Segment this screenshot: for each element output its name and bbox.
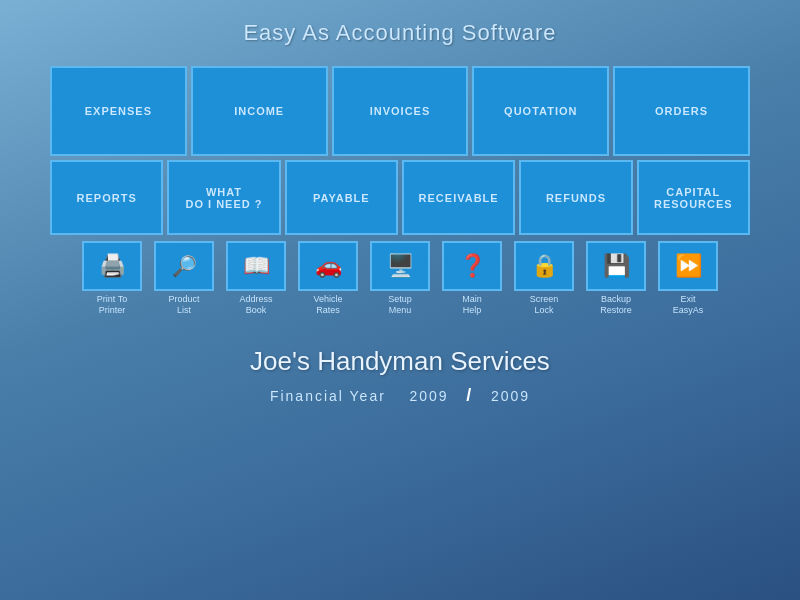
label-main-help: Main Help xyxy=(462,294,482,316)
car-icon: 🚗 xyxy=(315,253,342,279)
label-setup-menu: Setup Menu xyxy=(388,294,412,316)
exit-icon: ⏩ xyxy=(675,253,702,279)
financial-year: Financial Year 2009 / 2009 xyxy=(270,385,530,406)
btn-capital-resources[interactable]: CAPITAL RESOURCES xyxy=(637,160,750,235)
label-product-list: Product List xyxy=(168,294,199,316)
btn-main-help[interactable]: ❓ xyxy=(442,241,502,291)
btn-address-book[interactable]: 📖 xyxy=(226,241,286,291)
btn-refunds[interactable]: REFUNDS xyxy=(519,160,632,235)
btn-exit-easyas[interactable]: ⏩ xyxy=(658,241,718,291)
icon-btn-container-exit: ⏩ Exit EasyAs xyxy=(653,241,723,316)
btn-reports[interactable]: REPORTS xyxy=(50,160,163,235)
icon-btn-container-backup: 💾 Backup Restore xyxy=(581,241,651,316)
label-vehicle-rates: Vehicle Rates xyxy=(313,294,342,316)
app-title: Easy As Accounting Software xyxy=(243,20,556,46)
btn-orders[interactable]: ORDERS xyxy=(613,66,750,156)
icon-btn-container-help: ❓ Main Help xyxy=(437,241,507,316)
icon-toolbar: 🖨️ Print To Printer 🔎 Product List 📖 Add… xyxy=(50,241,750,316)
btn-product-list[interactable]: 🔎 xyxy=(154,241,214,291)
label-backup-restore: Backup Restore xyxy=(600,294,632,316)
btn-expenses[interactable]: EXPENSES xyxy=(50,66,187,156)
btn-backup-restore[interactable]: 💾 xyxy=(586,241,646,291)
main-container: EXPENSES INCOME INVOICES QUOTATION ORDER… xyxy=(50,66,750,316)
bottom-menu-row: REPORTS WHAT DO I NEED ? PAYABLE RECEIVA… xyxy=(50,160,750,235)
icon-btn-container-product: 🔎 Product List xyxy=(149,241,219,316)
btn-receivable[interactable]: RECEIVABLE xyxy=(402,160,515,235)
btn-setup-menu[interactable]: 🖥️ xyxy=(370,241,430,291)
icon-btn-container-setup: 🖥️ Setup Menu xyxy=(365,241,435,316)
search-icon: 🔎 xyxy=(172,254,197,278)
year-end: 2009 xyxy=(491,388,530,404)
help-icon: ❓ xyxy=(459,253,486,279)
icon-btn-container-vehicle: 🚗 Vehicle Rates xyxy=(293,241,363,316)
address-book-icon: 📖 xyxy=(243,253,270,279)
icon-btn-container-print: 🖨️ Print To Printer xyxy=(77,241,147,316)
label-print-to-printer: Print To Printer xyxy=(97,294,127,316)
icon-btn-container-address: 📖 Address Book xyxy=(221,241,291,316)
top-menu-row: EXPENSES INCOME INVOICES QUOTATION ORDER… xyxy=(50,66,750,156)
printer-icon: 🖨️ xyxy=(99,253,126,279)
btn-print-to-printer[interactable]: 🖨️ xyxy=(82,241,142,291)
btn-screen-lock[interactable]: 🔒 xyxy=(514,241,574,291)
btn-what-do-i-need[interactable]: WHAT DO I NEED ? xyxy=(167,160,280,235)
icon-btn-container-lock: 🔒 Screen Lock xyxy=(509,241,579,316)
label-exit-easyas: Exit EasyAs xyxy=(673,294,704,316)
year-start: 2009 xyxy=(409,388,448,404)
slash: / xyxy=(466,385,473,405)
monitor-icon: 🖥️ xyxy=(387,253,414,279)
btn-invoices[interactable]: INVOICES xyxy=(332,66,469,156)
label-address-book: Address Book xyxy=(239,294,272,316)
btn-vehicle-rates[interactable]: 🚗 xyxy=(298,241,358,291)
lock-icon: 🔒 xyxy=(531,253,558,279)
business-name: Joe's Handyman Services xyxy=(250,346,550,377)
label-screen-lock: Screen Lock xyxy=(530,294,559,316)
btn-payable[interactable]: PAYABLE xyxy=(285,160,398,235)
btn-income[interactable]: INCOME xyxy=(191,66,328,156)
floppy-icon: 💾 xyxy=(603,253,630,279)
btn-quotation[interactable]: QUOTATION xyxy=(472,66,609,156)
financial-year-label: Financial Year xyxy=(270,388,386,404)
